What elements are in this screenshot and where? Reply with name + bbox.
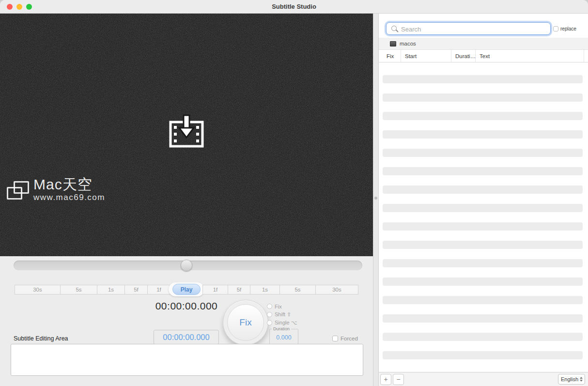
table-row[interactable] — [383, 149, 583, 157]
forced-checkbox[interactable] — [332, 336, 338, 341]
seek-back-30s-button[interactable]: 30s — [15, 285, 60, 294]
table-row[interactable] — [383, 333, 583, 341]
current-timecode: 00:00:00.000 — [143, 300, 230, 312]
table-row[interactable] — [383, 222, 583, 231]
table-row[interactable] — [383, 130, 583, 139]
seek-forward-1s-button[interactable]: 1s — [250, 285, 279, 294]
search-input[interactable] — [400, 23, 547, 35]
search-icon — [391, 26, 397, 31]
fix-mode-group: Fix Shift ⇧ Single ⌥ — [267, 302, 297, 327]
table-row[interactable] — [383, 204, 583, 212]
table-row[interactable] — [383, 259, 583, 267]
subtitle-timecode-field[interactable]: 00:00:00.000 — [154, 330, 219, 344]
seek-forward-1f-button[interactable]: 1f — [202, 285, 228, 294]
watermark-logo-icon — [6, 180, 29, 201]
seek-back-5f-button[interactable]: 5f — [124, 285, 147, 294]
table-row[interactable] — [383, 278, 583, 286]
minimize-button[interactable] — [16, 4, 22, 10]
fix-button-label: Fix — [227, 304, 264, 341]
video-preview: Mac天空 www.mac69.com — [0, 14, 373, 256]
mode-label-single: Single ⌥ — [275, 320, 297, 326]
seek-back-group: 30s 5s 1s 5f 1f — [15, 285, 170, 294]
table-header: Fix Start Durati… Text — [379, 50, 588, 62]
watermark: Mac天空 www.mac69.com — [6, 176, 105, 202]
subtitle-timecode: 00:00:00.000 — [163, 333, 209, 342]
seek-forward-group: 1f 5f 1s 5s 30s — [202, 285, 358, 294]
mode-radio-fix[interactable] — [267, 304, 272, 309]
subtitle-editor — [11, 344, 363, 376]
editor-area-label: Subtitle Editing Area — [12, 335, 70, 342]
table-row[interactable] — [383, 296, 583, 304]
watermark-url: www.mac69.com — [33, 193, 105, 202]
duration-group: Duration 0.000 — [269, 329, 298, 345]
remove-row-button[interactable]: − — [393, 374, 404, 385]
column-header-fix[interactable]: Fix — [383, 50, 401, 62]
table-row[interactable] — [383, 75, 583, 83]
mode-label-shift: Shift ⇧ — [275, 311, 291, 318]
duration-label: Duration — [272, 326, 291, 331]
app-window: Subtitle Studio Mac天空 www.mac69.com — [0, 0, 588, 386]
table-row[interactable] — [383, 241, 583, 249]
updown-arrows-icon — [580, 377, 583, 382]
replace-checkbox-group: replace — [553, 26, 576, 31]
import-video-icon — [168, 114, 205, 149]
source-name: macos — [400, 41, 416, 46]
replace-label: replace — [560, 26, 576, 31]
seek-forward-30s-button[interactable]: 30s — [315, 285, 358, 294]
window-title: Subtitle Studio — [272, 3, 316, 10]
subtitle-text-input[interactable] — [11, 344, 363, 375]
table-row[interactable] — [383, 351, 583, 359]
search-field[interactable] — [386, 22, 551, 35]
table-row[interactable] — [383, 185, 583, 194]
playback-slider-thumb[interactable] — [181, 260, 192, 271]
fix-button[interactable]: Fix — [223, 300, 268, 345]
play-button[interactable]: Play — [172, 284, 201, 295]
table-row[interactable] — [383, 314, 583, 323]
traffic-lights — [7, 4, 32, 10]
subtitle-panel: replace macos Fix Start Durati… Text + −… — [379, 14, 588, 386]
mode-label-fix: Fix — [275, 304, 282, 309]
table-row[interactable] — [383, 93, 583, 102]
add-row-button[interactable]: + — [380, 374, 391, 385]
watermark-title: Mac天空 — [33, 176, 105, 193]
close-button[interactable] — [7, 4, 13, 10]
language-label: English — [561, 376, 578, 382]
mode-radio-shift[interactable] — [267, 312, 272, 317]
playback-slider[interactable] — [14, 261, 362, 270]
forced-checkbox-group: Forced — [331, 336, 359, 341]
column-header-duration[interactable]: Durati… — [451, 50, 476, 62]
panel-footer: + − English — [379, 372, 588, 386]
table-body — [379, 62, 588, 372]
zoom-button[interactable] — [26, 4, 32, 10]
seek-forward-5s-button[interactable]: 5s — [279, 285, 315, 294]
split-divider — [373, 14, 379, 386]
column-header-text[interactable]: Text — [476, 50, 584, 62]
language-select[interactable]: English — [558, 374, 585, 385]
table-row[interactable] — [383, 167, 583, 175]
replace-checkbox[interactable] — [553, 26, 558, 31]
seek-back-1s-button[interactable]: 1s — [97, 285, 124, 294]
seek-forward-5f-button[interactable]: 5f — [228, 285, 250, 294]
duration-value: 0.000 — [270, 334, 298, 341]
seek-back-1f-button[interactable]: 1f — [147, 285, 170, 294]
mode-radio-single[interactable] — [267, 320, 272, 325]
split-handle[interactable] — [374, 197, 377, 200]
table-row[interactable] — [383, 112, 583, 120]
column-header-start[interactable]: Start — [401, 50, 451, 62]
seek-back-5s-button[interactable]: 5s — [60, 285, 97, 294]
titlebar: Subtitle Studio — [0, 0, 588, 14]
movie-file-icon — [390, 41, 396, 46]
forced-label: Forced — [340, 336, 358, 341]
source-item[interactable]: macos — [379, 38, 588, 50]
